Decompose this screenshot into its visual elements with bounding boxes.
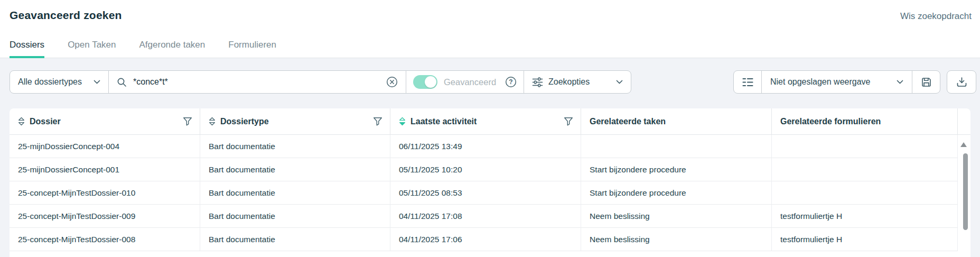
cell-gerelateerde-taken: Start bijzondere procedure	[581, 158, 772, 181]
filter-icon[interactable]	[373, 117, 382, 126]
column-label: Laatste activiteit	[410, 117, 477, 126]
cell-dossier: 25-concept-MijnTestDossier-010	[10, 181, 200, 205]
tab-open-taken[interactable]: Open Taken	[68, 40, 116, 58]
cell-gerelateerde-formulieren	[772, 181, 958, 205]
search-input-value: *conce*t*	[133, 77, 380, 87]
cell-gerelateerde-taken: Neem beslissing	[581, 228, 772, 251]
column-header-gerelateerde-taken: Gerelateerde taken	[581, 108, 772, 135]
misspelled-term: conce	[136, 77, 159, 86]
column-header-dossiertype[interactable]: Dossiertype	[200, 108, 390, 135]
cell-dossier: 25-concept-MijnTestDossier-009	[10, 205, 200, 228]
table-row[interactable]: 25-concept-MijnTestDossier-008Bart docum…	[10, 228, 970, 251]
export-button[interactable]	[947, 70, 976, 94]
search-options-button[interactable]: Zoekopties	[524, 71, 631, 93]
cell-laatste-activiteit: 06/11/2025 13:49	[390, 135, 581, 158]
cell-gerelateerde-taken	[581, 135, 772, 158]
advanced-search-section: Geavanceerd ?	[406, 71, 524, 93]
search-input[interactable]: *conce*t*	[109, 71, 406, 93]
view-density-button[interactable]	[734, 71, 761, 93]
tab-formulieren[interactable]: Formulieren	[228, 40, 276, 58]
table-row[interactable]: 25-mijnDossierConcept-001Bart documentat…	[10, 158, 970, 181]
search-bar-group: Alle dossiertypes *conce*t*	[10, 70, 631, 94]
sliders-icon	[532, 77, 543, 87]
list-rows-icon	[742, 78, 753, 87]
cell-laatste-activiteit: 04/11/2025 17:06	[390, 228, 581, 251]
table-header-row: Dossier Dossiertype Laatste activiteit G…	[10, 108, 970, 135]
cell-dossier: 25-mijnDossierConcept-001	[10, 158, 200, 181]
search-icon	[117, 77, 127, 87]
chevron-down-icon	[897, 80, 903, 84]
cell-gerelateerde-formulieren: testformuliertje H	[772, 205, 958, 228]
table-row[interactable]: 25-concept-MijnTestDossier-009Bart docum…	[10, 205, 970, 228]
tab-bar: Dossiers Open Taken Afgeronde taken Form…	[10, 40, 276, 58]
cell-laatste-activiteit: 04/11/2025 17:08	[390, 205, 581, 228]
help-icon[interactable]: ?	[505, 76, 517, 88]
column-header-gerelateerde-formulieren: Gerelateerde formulieren	[772, 108, 958, 135]
cell-dossiertype: Bart documentatie	[200, 158, 390, 181]
save-view-button[interactable]	[912, 71, 940, 93]
table-body: 25-mijnDossierConcept-004Bart documentat…	[10, 135, 970, 251]
cell-gerelateerde-taken: Start bijzondere procedure	[581, 181, 772, 205]
column-label: Dossiertype	[220, 117, 269, 126]
chevron-down-icon	[94, 80, 100, 84]
page-title: Geavanceerd zoeken	[10, 9, 122, 22]
cell-dossiertype: Bart documentatie	[200, 228, 390, 251]
cell-dossiertype: Bart documentatie	[200, 205, 390, 228]
view-controls-group: Niet opgeslagen weergave	[733, 70, 940, 94]
scrollbar-up-arrow[interactable]	[960, 142, 967, 147]
toggle-knob	[425, 76, 436, 88]
cell-dossier: 25-mijnDossierConcept-004	[10, 135, 200, 158]
column-header-laatste-activiteit[interactable]: Laatste activiteit	[390, 108, 581, 135]
cell-dossiertype: Bart documentatie	[200, 135, 390, 158]
header: Geavanceerd zoeken Wis zoekopdracht Doss…	[0, 0, 980, 58]
view-dropdown-value: Niet opgeslagen weergave	[770, 77, 870, 87]
chevron-down-icon	[616, 80, 623, 84]
scrollbar-gutter-cell	[958, 228, 970, 251]
cell-dossier: 25-concept-MijnTestDossier-008	[10, 228, 200, 251]
advanced-toggle-label: Geavanceerd	[444, 77, 496, 87]
scrollbar-gutter-header	[958, 108, 970, 135]
advanced-toggle[interactable]	[413, 75, 437, 89]
download-icon	[956, 77, 967, 87]
filter-icon[interactable]	[564, 117, 573, 126]
svg-text:?: ?	[509, 78, 512, 86]
cell-dossiertype: Bart documentatie	[200, 181, 390, 205]
column-label: Gerelateerde formulieren	[780, 117, 881, 126]
search-options-label: Zoekopties	[548, 77, 590, 87]
results-table: Dossier Dossiertype Laatste activiteit G…	[10, 108, 970, 257]
view-dropdown[interactable]: Niet opgeslagen weergave	[762, 71, 912, 93]
tab-dossiers[interactable]: Dossiers	[10, 40, 44, 58]
cell-laatste-activiteit: 05/11/2025 08:53	[390, 181, 581, 205]
dossiertype-dropdown-value: Alle dossiertypes	[18, 77, 82, 87]
sort-icon[interactable]	[399, 117, 406, 126]
floppy-disk-icon	[921, 77, 932, 88]
cell-laatste-activiteit: 05/11/2025 10:20	[390, 158, 581, 181]
column-label: Dossier	[30, 117, 61, 126]
cell-gerelateerde-formulieren: testformuliertje H	[772, 228, 958, 251]
tab-afgeronde-taken[interactable]: Afgeronde taken	[139, 40, 206, 58]
dossiertype-dropdown[interactable]: Alle dossiertypes	[10, 71, 108, 93]
table-row[interactable]: 25-concept-MijnTestDossier-010Bart docum…	[10, 181, 970, 205]
clear-search-link[interactable]: Wis zoekopdracht	[900, 11, 972, 22]
cell-gerelateerde-taken: Neem beslissing	[581, 205, 772, 228]
filter-icon[interactable]	[183, 117, 192, 126]
clear-input-icon[interactable]	[386, 76, 398, 88]
content-area: Alle dossiertypes *conce*t*	[0, 58, 980, 257]
scrollbar-thumb[interactable]	[963, 153, 968, 230]
table-row[interactable]: 25-mijnDossierConcept-004Bart documentat…	[10, 135, 970, 158]
sort-icon[interactable]	[209, 117, 216, 126]
cell-gerelateerde-formulieren	[772, 135, 958, 158]
column-label: Gerelateerde taken	[590, 117, 666, 126]
column-header-dossier[interactable]: Dossier	[10, 108, 200, 135]
sort-icon[interactable]	[18, 117, 25, 126]
cell-gerelateerde-formulieren	[772, 158, 958, 181]
toolbar: Alle dossiertypes *conce*t*	[10, 70, 976, 94]
